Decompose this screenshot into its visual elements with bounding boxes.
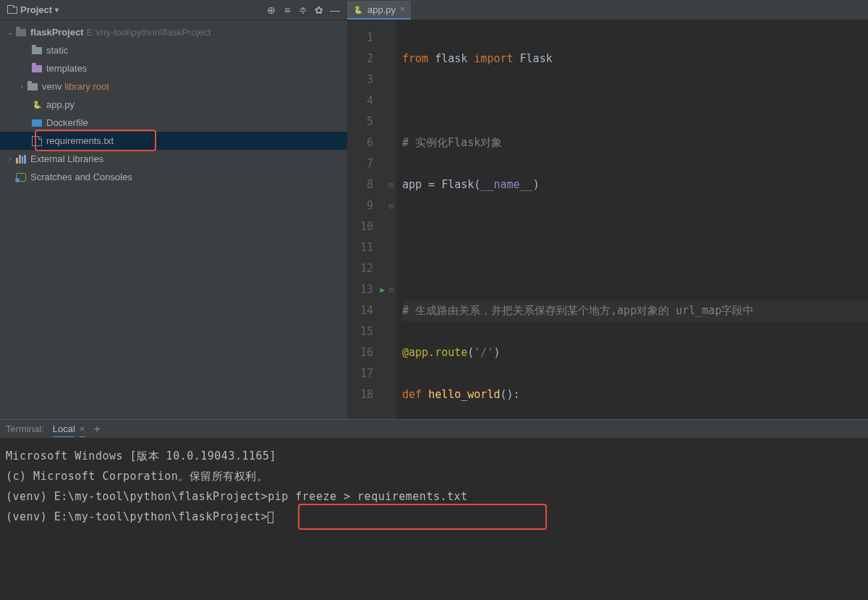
tree-item-requirements[interactable]: requirements.txt <box>0 132 347 150</box>
terminal-prompt: (venv) E:\my-tool\python\flaskProject> <box>6 507 862 527</box>
fold-gutter: ⊟⊟⊟ <box>386 20 396 419</box>
root-path: E:\my-tool\python\flaskProject <box>87 27 211 38</box>
terminal-line: (venv) E:\my-tool\python\flaskProject>pi… <box>6 486 862 507</box>
sidebar-header: Project ▾ ⊕ ≡ ≑ ✿ — <box>0 0 347 20</box>
chevron-down-icon: ⌄ <box>4 28 16 36</box>
chevron-down-icon: ▾ <box>55 6 59 14</box>
project-sidebar: Project ▾ ⊕ ≡ ≑ ✿ — ⌄ flaskProject E:\my… <box>0 0 347 419</box>
code-content[interactable]: from flask import Flask # 实例化Flask对象 app… <box>396 20 868 419</box>
terminal-label: Terminal: <box>6 423 44 434</box>
terminal-cursor <box>268 512 273 523</box>
terminal-line: (c) Microsoft Corporation。保留所有权利。 <box>6 466 862 486</box>
project-icon <box>7 7 17 14</box>
root-name: flaskProject <box>30 27 84 38</box>
expand-all-icon[interactable]: ≡ <box>279 2 295 18</box>
chevron-right-icon: › <box>4 155 16 163</box>
editor-tabs: 🐍 app.py × <box>347 0 868 20</box>
line-gutter: 123456789101112131415161718 <box>347 20 386 419</box>
locate-icon[interactable]: ⊕ <box>263 2 279 18</box>
terminal-pane: Terminal: Local× + Microsoft Windows [版本… <box>0 419 868 600</box>
editor-pane: 🐍 app.py × 123456789101112131415161718 ⊟… <box>347 0 868 419</box>
tree-item-venv[interactable]: › venv library root <box>0 77 347 96</box>
collapse-all-icon[interactable]: ≑ <box>295 2 311 18</box>
project-selector[interactable]: Project ▾ <box>4 3 61 17</box>
tree-item-templates[interactable]: templates <box>0 59 347 77</box>
folder-icon <box>32 65 42 72</box>
scratches-icon <box>16 173 26 182</box>
python-file-icon: 🐍 <box>353 4 363 14</box>
tree-item-app[interactable]: 🐍 app.py <box>0 96 347 114</box>
code-area[interactable]: 123456789101112131415161718 ⊟⊟⊟ from fla… <box>347 20 868 419</box>
terminal-tab-local[interactable]: Local× <box>53 423 85 434</box>
gear-icon[interactable]: ✿ <box>311 2 327 18</box>
terminal-line: Microsoft Windows [版本 10.0.19043.1165] <box>6 446 862 466</box>
chevron-right-icon: › <box>16 83 27 90</box>
python-file-icon: 🐍 <box>32 100 42 110</box>
terminal-body[interactable]: Microsoft Windows [版本 10.0.19043.1165] (… <box>0 439 868 600</box>
text-file-icon <box>32 136 42 146</box>
tree-scratches[interactable]: Scratches and Consoles <box>0 168 347 186</box>
add-terminal-button[interactable]: + <box>93 423 100 436</box>
tree-root[interactable]: ⌄ flaskProject E:\my-tool\python\flaskPr… <box>0 23 347 41</box>
close-icon[interactable]: × <box>80 423 85 434</box>
docker-file-icon <box>32 119 42 127</box>
tree-item-dockerfile[interactable]: Dockerfile <box>0 114 347 132</box>
terminal-tabs: Terminal: Local× + <box>0 420 868 439</box>
close-icon[interactable]: × <box>400 4 405 14</box>
project-title: Project <box>20 4 52 15</box>
project-tree: ⌄ flaskProject E:\my-tool\python\flaskPr… <box>0 20 347 419</box>
folder-icon <box>16 29 26 36</box>
folder-icon <box>32 47 42 54</box>
tree-item-static[interactable]: static <box>0 41 347 59</box>
tree-external-libraries[interactable]: › External Libraries <box>0 150 347 168</box>
hide-icon[interactable]: — <box>327 2 343 18</box>
libraries-icon <box>16 155 26 164</box>
folder-icon <box>27 83 38 90</box>
tab-app-py[interactable]: 🐍 app.py × <box>347 1 411 20</box>
